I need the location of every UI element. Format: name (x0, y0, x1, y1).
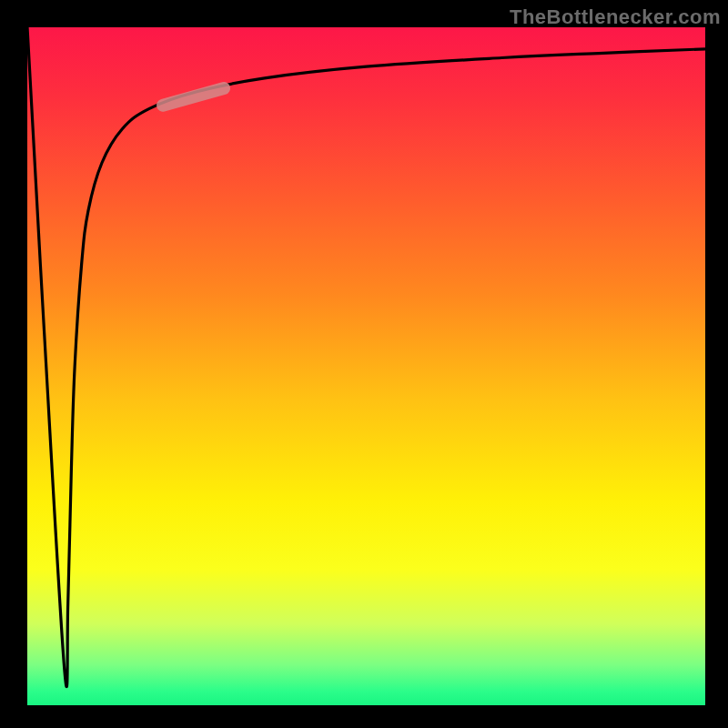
highlight-segment (163, 88, 224, 106)
watermark-text: TheBottlenecker.com (510, 5, 721, 29)
chart-container: TheBottlenecker.com (0, 0, 728, 728)
main-curve (27, 27, 705, 687)
chart-svg (27, 27, 705, 705)
